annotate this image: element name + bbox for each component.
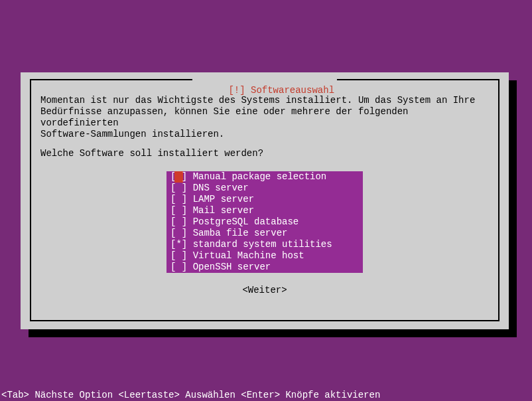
option-label: Virtual Machine host [193, 250, 304, 261]
option-label: DNS server [193, 183, 249, 193]
software-option[interactable]: [ ] Mail server [166, 205, 363, 216]
option-checkbox-mark[interactable] [176, 205, 181, 216]
dialog-title-text: Softwareauswahl [251, 85, 334, 96]
software-option[interactable]: [ ] OpenSSH server [166, 262, 363, 273]
option-label: Samba file server [193, 228, 288, 238]
option-checkbox-mark[interactable] [176, 183, 181, 194]
software-option[interactable]: [ ] PostgreSQL database [166, 216, 363, 228]
option-label: standard system utilities [193, 239, 332, 250]
option-checkbox-mark[interactable]: * [176, 239, 181, 250]
option-checkbox-mark[interactable] [176, 262, 181, 273]
software-option[interactable]: [ ] DNS server [166, 183, 363, 194]
dialog-title-prefix: [!] [228, 85, 245, 96]
dialog-content: Momentan ist nur das Wichtigste des Syst… [40, 95, 489, 296]
software-option[interactable]: [*] standard system utilities [166, 239, 363, 250]
software-option[interactable]: [ ] Manual package selection [166, 171, 363, 183]
option-label: PostgreSQL database [193, 216, 299, 227]
dialog-description: Momentan ist nur das Wichtigste des Syst… [40, 95, 489, 140]
option-label: Mail server [193, 205, 254, 216]
continue-button[interactable]: <Weiter> [242, 285, 287, 295]
dialog: [!] Softwareauswahl Momentan ist nur das… [21, 72, 509, 329]
help-bar: <Tab> Nächste Option <Leertaste> Auswähl… [0, 389, 532, 401]
option-label: LAMP server [193, 194, 254, 204]
option-checkbox-mark[interactable] [176, 194, 181, 205]
option-checkbox-mark[interactable] [174, 171, 182, 183]
dialog-question: Welche Software soll installiert werden? [40, 148, 489, 159]
software-option[interactable]: [ ] LAMP server [166, 194, 363, 205]
software-option[interactable]: [ ] Samba file server [166, 228, 363, 239]
software-option[interactable]: [ ] Virtual Machine host [166, 250, 363, 262]
option-checkbox-mark[interactable] [176, 250, 181, 262]
software-option-list[interactable]: [ ] Manual package selection[ ] DNS serv… [166, 171, 363, 273]
option-label: Manual package selection [193, 171, 327, 182]
option-checkbox-mark[interactable] [176, 216, 181, 228]
installer-screen: [!] Softwareauswahl Momentan ist nur das… [0, 0, 532, 401]
option-checkbox-mark[interactable] [176, 228, 181, 239]
option-label: OpenSSH server [193, 262, 271, 272]
